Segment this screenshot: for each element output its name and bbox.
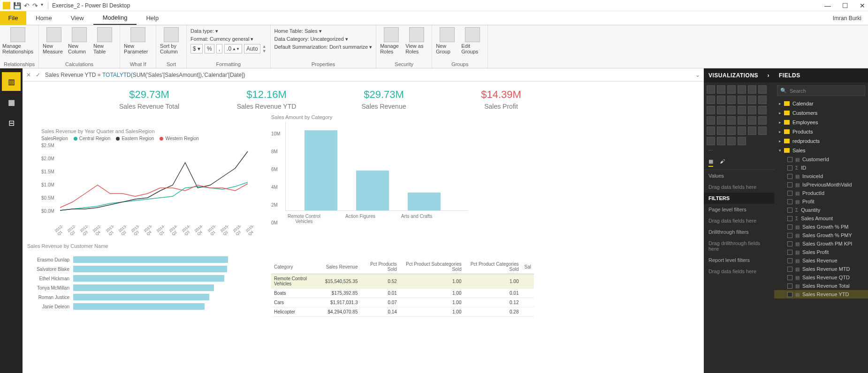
formula-expression[interactable]: Sales Revenue YTD = TOTALYTD(SUM('Sales'… [45, 72, 691, 78]
data-view-icon[interactable]: ▦ [2, 93, 21, 112]
menu-file[interactable]: File [0, 11, 26, 25]
new-group-button[interactable]: New Group [436, 27, 458, 54]
view-as-roles-button[interactable]: View as Roles [405, 27, 428, 54]
drill-filters-drop[interactable]: Drag drillthrough fields here [704, 238, 774, 254]
bar-chart[interactable]: Sales Amount by Category 10M8M6M4M2M0M R… [271, 114, 468, 224]
save-icon[interactable]: 💾 [13, 2, 21, 9]
visual-type-icon[interactable] [738, 116, 746, 125]
hbar-row[interactable]: Ethel Hickman [27, 275, 262, 282]
visual-type-icon[interactable] [748, 85, 756, 94]
visual-type-icon[interactable] [717, 127, 725, 135]
menu-help[interactable]: Help [137, 11, 168, 25]
visual-type-icon[interactable] [758, 85, 767, 94]
undo-icon[interactable]: ↶ [24, 2, 30, 9]
user-label[interactable]: Imran Burki [826, 11, 868, 25]
table-row[interactable]: Cars$1,917,031.30.071.000.12 [271, 298, 534, 307]
visual-type-icon[interactable] [707, 137, 715, 145]
table-row[interactable]: Helicopter$4,294,070.850.141.000.28 [271, 307, 534, 317]
hbar-row[interactable]: Janie Deleon [27, 303, 262, 310]
visual-type-icon[interactable] [748, 106, 756, 114]
expand-formula-icon[interactable]: ⌄ [695, 72, 700, 78]
line-chart[interactable]: Sales Revenue by Year Quarter and SalesR… [41, 128, 257, 234]
decimal-spinner[interactable]: .0▲▼ [224, 44, 242, 53]
bar[interactable] [408, 193, 441, 210]
field-item[interactable]: ▤Sales Profit [774, 248, 868, 256]
format-well-icon[interactable]: 🖌 [720, 158, 725, 167]
menu-view[interactable]: View [61, 11, 93, 25]
manage-relationships-button[interactable]: Manage Relationships [4, 27, 32, 54]
format-label[interactable]: Format: Currency general [190, 36, 249, 42]
table-header[interactable]: Sales Revenue [322, 260, 361, 274]
visual-type-icon[interactable] [748, 127, 756, 135]
field-table[interactable]: Employees [774, 118, 868, 127]
auto-box[interactable]: Auto [244, 44, 260, 53]
field-table[interactable]: Customers [774, 108, 868, 118]
hbar-chart[interactable]: Sales Revenue by Customer Name Erasmo Du… [27, 243, 262, 310]
field-item[interactable]: ▤Sales Revenue QTD [774, 273, 868, 282]
visual-type-icon[interactable] [717, 106, 725, 114]
field-item[interactable]: ΣQuantity [774, 206, 868, 214]
redo-icon[interactable]: ↷ [32, 2, 38, 9]
visual-type-icon[interactable] [738, 137, 746, 145]
visual-type-icon[interactable] [727, 96, 736, 104]
datatype-label[interactable]: Data type: [190, 28, 214, 34]
decimal-steppers[interactable]: ▲▼ [262, 44, 266, 53]
new-parameter-button[interactable]: New Parameter [124, 27, 152, 54]
visual-type-icon[interactable] [717, 116, 725, 125]
field-table-open[interactable]: Sales [774, 146, 868, 155]
field-item[interactable]: ▤Sales Revenue Total [774, 282, 868, 290]
visual-type-icon[interactable] [738, 85, 746, 94]
new-measure-button[interactable]: New Measure [43, 27, 65, 54]
confirm-formula-icon[interactable]: ✓ [36, 72, 40, 78]
visual-type-icon[interactable] [738, 106, 746, 114]
visual-type-icon[interactable] [758, 106, 767, 114]
report-filters-drop[interactable]: Drag data fields here [704, 266, 774, 277]
kpi-card[interactable]: $29.73MSales Revenue Total [93, 89, 206, 110]
data-table[interactable]: CategorySales RevenuePct Products SoldPc… [271, 260, 534, 317]
table-header[interactable]: Pct Product Categories Sold [464, 260, 521, 274]
menu-modeling[interactable]: Modeling [93, 11, 137, 25]
field-item[interactable]: ▤Sales Growth PM KPI [774, 239, 868, 248]
visual-type-icon[interactable] [707, 85, 715, 94]
default-summ-label[interactable]: Default Summarization: Don't summarize [274, 44, 368, 50]
field-item[interactable]: ▤CustomerId [774, 155, 868, 164]
currency-icon[interactable]: $ ▾ [190, 44, 203, 53]
table-header[interactable]: Category [271, 260, 322, 274]
visual-type-icon[interactable] [758, 127, 767, 135]
field-item[interactable]: ▤Sales Growth % PMY [774, 231, 868, 239]
data-category-label[interactable]: Data Category: Uncategorized [274, 36, 344, 42]
visual-type-icon[interactable] [717, 85, 725, 94]
visual-type-icon[interactable] [727, 127, 736, 135]
field-item[interactable]: ▤Sales Growth % PM [774, 223, 868, 231]
home-table-label[interactable]: Home Table: Sales [274, 28, 318, 34]
kpi-card[interactable]: $12.16MSales Revenue YTD [210, 89, 323, 110]
field-item[interactable]: ▤Sales Revenue [774, 256, 868, 265]
edit-groups-button[interactable]: Edit Groups [461, 27, 484, 54]
field-table[interactable]: redproducts [774, 136, 868, 146]
page-filters-drop[interactable]: Drag data fields here [704, 215, 774, 226]
fields-search[interactable]: 🔍 Search [777, 85, 865, 96]
hbar-row[interactable]: Salvatore Blake [27, 266, 262, 272]
visual-type-icon[interactable] [707, 106, 715, 114]
field-table[interactable]: Calendar [774, 99, 868, 108]
field-item[interactable]: ▤Sales Revenue YTD [774, 290, 868, 298]
values-drop[interactable]: Drag data fields here [704, 181, 774, 193]
sort-by-column-button[interactable]: Sort by Column [160, 27, 183, 54]
visual-type-icon[interactable] [727, 85, 736, 94]
table-header[interactable]: Pct Products Sold [360, 260, 399, 274]
visual-type-icon[interactable] [707, 116, 715, 125]
visual-type-icon[interactable] [748, 96, 756, 104]
field-table[interactable]: Products [774, 127, 868, 136]
bar[interactable] [356, 171, 389, 211]
fields-well-icon[interactable]: ▦ [708, 158, 713, 167]
model-view-icon[interactable]: ⊟ [2, 113, 21, 132]
qat-dropdown-icon[interactable]: ▾ [41, 2, 43, 9]
visual-type-icon[interactable] [727, 116, 736, 125]
maximize-icon[interactable]: ☐ [842, 2, 848, 9]
visual-type-icon[interactable] [717, 137, 725, 145]
visual-type-icon[interactable] [727, 137, 736, 145]
collapse-vis-icon[interactable]: › [768, 72, 770, 79]
kpi-card[interactable]: $29.73MSales Revenue [327, 89, 440, 110]
field-item[interactable]: ▤ProductId [774, 189, 868, 197]
minimize-icon[interactable]: — [824, 2, 831, 9]
